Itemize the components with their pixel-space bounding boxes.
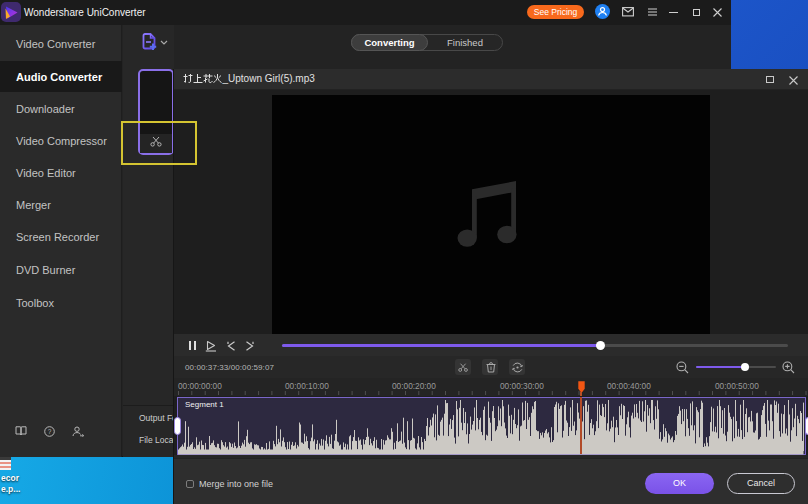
svg-text:?: ? xyxy=(48,428,52,435)
